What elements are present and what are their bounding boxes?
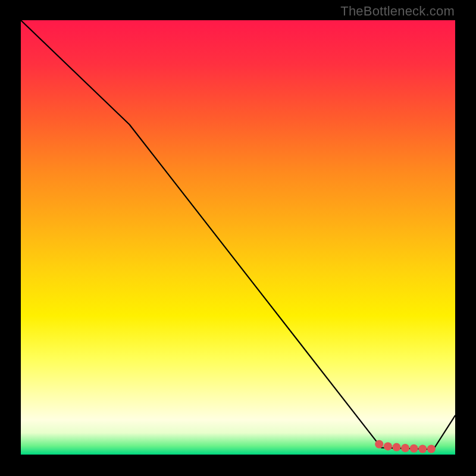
marker-dot xyxy=(401,444,409,452)
marker-dot xyxy=(392,443,400,452)
chart-svg xyxy=(21,20,455,455)
marker-dot xyxy=(410,444,418,453)
marker-group xyxy=(375,440,436,453)
plot-area xyxy=(21,20,455,455)
marker-dot xyxy=(427,445,436,453)
chart-frame: TheBottleneck.com xyxy=(0,0,476,476)
marker-dot xyxy=(384,442,392,450)
series-curve xyxy=(21,20,455,449)
marker-dot xyxy=(375,440,383,448)
attribution-text: TheBottleneck.com xyxy=(340,4,455,19)
marker-dot xyxy=(418,445,427,453)
